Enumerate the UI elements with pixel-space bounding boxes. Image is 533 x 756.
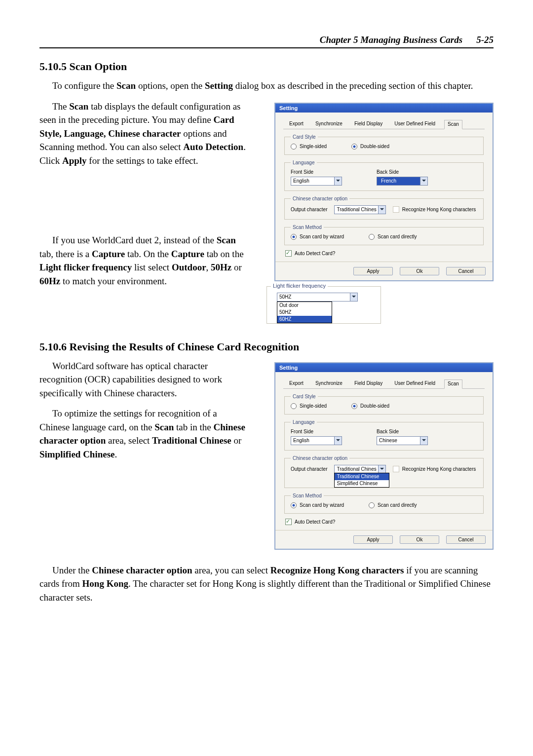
auto-detect-checkbox[interactable]: Auto Detect Card?	[285, 519, 335, 525]
flicker-option-60hz[interactable]: 60HZ	[277, 316, 332, 323]
radio-icon	[291, 502, 297, 508]
output-option-simplified[interactable]: Simplified Chinese	[335, 480, 389, 487]
flicker-dropdown-list: Out door 50HZ 60HZ	[277, 302, 332, 323]
chinese-character-option-group: Chinese character option Output characte…	[284, 455, 484, 488]
card-style-group: Card Style Single-sided Double-sided	[284, 134, 484, 155]
back-side-select[interactable]: Chinese	[377, 436, 428, 445]
flicker-select[interactable]: 50HZ	[277, 293, 358, 302]
tab-user-defined-field[interactable]: User Defined Field	[391, 120, 438, 129]
section-heading-scan-option: 5.10.5 Scan Option	[39, 60, 494, 73]
front-side-label: Front Side	[291, 169, 342, 175]
back-side-label: Back Side	[377, 429, 428, 434]
tab-export[interactable]: Export	[286, 379, 306, 389]
dialog-titlebar: Setting	[275, 363, 493, 372]
checkbox-icon	[393, 466, 399, 472]
back-side-select[interactable]: French	[377, 177, 428, 186]
dialog-titlebar: Setting	[275, 104, 493, 113]
apply-button[interactable]: Apply	[353, 267, 393, 275]
light-flicker-group: Light flicker frequency 50HZ Out door 50…	[266, 286, 381, 324]
language-group: Language Front Side English Back Side Ch…	[284, 419, 484, 451]
scan-method-legend: Scan Method	[291, 225, 324, 230]
radio-icon	[351, 403, 357, 409]
language-legend: Language	[291, 419, 317, 425]
tab-synchronize[interactable]: Synchronize	[312, 120, 345, 129]
language-legend: Language	[291, 160, 317, 165]
apply-button[interactable]: Apply	[353, 535, 393, 544]
card-style-group: Card Style Single-sided Double-sided	[284, 394, 484, 415]
radio-icon	[291, 234, 297, 240]
chevron-down-icon	[334, 437, 342, 445]
setting-dialog: Setting Export Synchronize Field Display…	[274, 362, 494, 550]
front-side-select[interactable]: English	[291, 436, 342, 445]
paragraph: The Scan tab displays the default config…	[39, 100, 247, 168]
tab-field-display[interactable]: Field Display	[351, 379, 385, 389]
output-character-label: Output character	[291, 466, 327, 472]
back-side-label: Back Side	[377, 169, 428, 175]
tab-synchronize[interactable]: Synchronize	[312, 379, 345, 389]
front-side-label: Front Side	[291, 429, 342, 434]
flicker-option-outdoor[interactable]: Out door	[277, 302, 332, 309]
checkbox-icon	[285, 250, 292, 257]
chevron-down-icon	[334, 177, 342, 185]
setting-dialog: Setting Export Synchronize Field Display…	[274, 103, 494, 281]
cco-legend: Chinese character option	[291, 196, 349, 201]
checkbox-icon	[393, 206, 399, 213]
front-side-select[interactable]: English	[291, 177, 342, 186]
chevron-down-icon	[378, 465, 385, 473]
tab-export[interactable]: Export	[286, 120, 306, 129]
chevron-down-icon	[378, 206, 385, 214]
output-character-select[interactable]: Traditional Chines	[334, 205, 385, 214]
tab-scan[interactable]: Scan	[444, 120, 462, 129]
recognize-hk-checkbox[interactable]: Recognize Hong Kong characters	[393, 206, 476, 213]
tab-user-defined-field[interactable]: User Defined Field	[391, 379, 438, 389]
chevron-down-icon	[350, 293, 357, 301]
paragraph: To optimize the settings for recognition…	[39, 407, 247, 461]
dialog-button-row: Apply Ok Cancel	[275, 262, 493, 280]
tab-field-display[interactable]: Field Display	[351, 120, 385, 129]
tab-scan[interactable]: Scan	[444, 379, 462, 389]
page-number: 5-25	[476, 35, 494, 45]
radio-icon	[291, 403, 297, 409]
scan-method-group: Scan Method Scan card by wizard Scan car…	[284, 493, 484, 514]
section-heading-revising: 5.10.6 Revising the Results of Chinese C…	[39, 340, 494, 353]
language-group: Language Front Side English Back Side Fr…	[284, 160, 484, 191]
chapter-title: Chapter 5 Managing Business Cards	[320, 35, 462, 45]
dialog-tabs: Export Synchronize Field Display User De…	[283, 119, 485, 129]
paragraph: If you use WorldCard duet 2, instead of …	[39, 233, 247, 288]
radio-single-sided[interactable]: Single-sided	[291, 144, 327, 150]
ok-button[interactable]: Ok	[400, 267, 439, 275]
scan-method-group: Scan Method Scan card by wizard Scan car…	[284, 225, 484, 245]
ok-button[interactable]: Ok	[400, 535, 439, 544]
chevron-down-icon	[420, 437, 427, 445]
radio-single-sided[interactable]: Single-sided	[291, 403, 327, 409]
output-option-traditional[interactable]: Traditional Chinese	[335, 473, 389, 480]
dialog-tabs: Export Synchronize Field Display User De…	[283, 379, 485, 389]
paragraph: Under the Chinese character option area,…	[39, 564, 494, 605]
cancel-button[interactable]: Cancel	[446, 267, 486, 275]
checkbox-icon	[285, 519, 292, 525]
card-style-legend: Card Style	[291, 134, 318, 140]
radio-scan-directly[interactable]: Scan card directly	[369, 234, 417, 240]
radio-scan-by-wizard[interactable]: Scan card by wizard	[291, 502, 344, 508]
paragraph: WorldCard software has optical character…	[39, 359, 247, 400]
radio-double-sided[interactable]: Double-sided	[351, 403, 389, 409]
radio-icon	[369, 502, 375, 508]
recognize-hk-checkbox[interactable]: Recognize Hong Kong characters	[393, 466, 476, 472]
radio-double-sided[interactable]: Double-sided	[351, 144, 389, 150]
auto-detect-checkbox[interactable]: Auto Detect Card?	[285, 250, 335, 257]
cco-legend: Chinese character option	[291, 455, 349, 461]
radio-scan-by-wizard[interactable]: Scan card by wizard	[291, 234, 344, 240]
cancel-button[interactable]: Cancel	[446, 535, 486, 544]
chevron-down-icon	[420, 177, 427, 185]
output-character-label: Output character	[291, 207, 327, 212]
radio-icon	[351, 144, 357, 150]
chinese-character-option-group: Chinese character option Output characte…	[284, 196, 484, 220]
page-header: Chapter 5 Managing Business Cards 5-25	[39, 35, 494, 48]
output-character-dropdown-list: Traditional Chinese Simplified Chinese	[334, 473, 389, 488]
flicker-legend: Light flicker frequency	[271, 283, 328, 289]
radio-scan-directly[interactable]: Scan card directly	[369, 502, 417, 508]
radio-icon	[291, 144, 297, 150]
paragraph: To configure the Scan options, open the …	[39, 79, 494, 93]
dialog-button-row: Apply Ok Cancel	[275, 530, 493, 549]
flicker-option-50hz[interactable]: 50HZ	[277, 309, 332, 316]
